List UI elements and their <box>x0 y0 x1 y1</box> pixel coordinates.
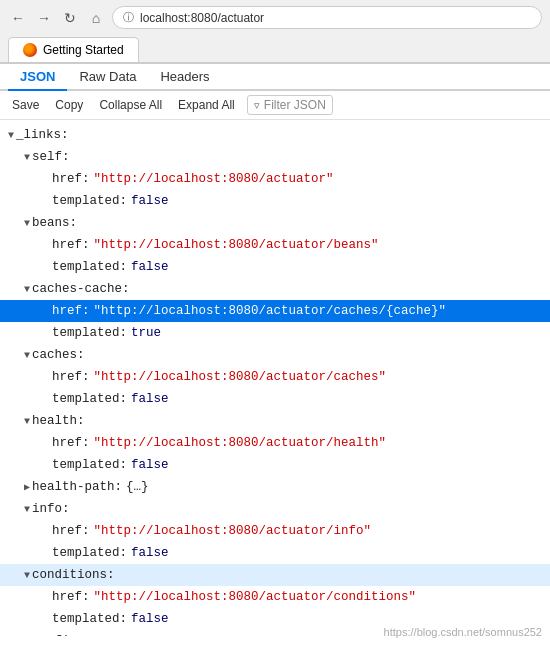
home-button[interactable]: ⌂ <box>86 8 106 28</box>
caches-cache-toggle[interactable] <box>24 282 30 298</box>
self-href-key: href: <box>52 169 94 189</box>
tab-title: Getting Started <box>43 43 124 57</box>
caches-cache-templated-line: templated: true <box>0 322 550 344</box>
self-templated-line: templated: false <box>0 190 550 212</box>
caches-templated-line: templated: false <box>0 388 550 410</box>
caches-templated-value: false <box>131 389 169 409</box>
links-root: _links: <box>0 124 550 146</box>
info-href-key: href: <box>52 521 94 541</box>
health-templated-value: false <box>131 455 169 475</box>
beans-templated-key: templated: <box>52 257 131 277</box>
caches-href-key: href: <box>52 367 94 387</box>
beans-key-line: beans: <box>0 212 550 234</box>
info-href-value: "http://localhost:8080/actuator/info" <box>94 521 372 541</box>
filter-icon: ▿ <box>254 99 260 112</box>
caches-cache-templated-value: true <box>131 323 161 343</box>
self-href-value: "http://localhost:8080/actuator" <box>94 169 334 189</box>
caches-cache-href-key: href: <box>52 301 94 321</box>
info-templated-value: false <box>131 543 169 563</box>
info-toggle[interactable] <box>24 502 30 518</box>
caches-toggle[interactable] <box>24 348 30 364</box>
health-path-key: health-path: <box>32 477 122 497</box>
info-href-line: href: "http://localhost:8080/actuator/in… <box>0 520 550 542</box>
caches-cache-href-value: "http://localhost:8080/actuator/caches/{… <box>94 301 447 321</box>
configprops-key: configprops: <box>32 631 122 636</box>
self-templated-value: false <box>131 191 169 211</box>
health-key: health: <box>32 411 85 431</box>
tab-headers[interactable]: Headers <box>148 64 221 91</box>
caches-key: caches: <box>32 345 85 365</box>
self-key-line: self: <box>0 146 550 168</box>
caches-cache-templated-key: templated: <box>52 323 131 343</box>
health-path-key-line: health-path: {…} <box>0 476 550 498</box>
health-templated-key: templated: <box>52 455 131 475</box>
watermark: https://blog.csdn.net/somnus252 <box>384 626 542 638</box>
beans-href-value: "http://localhost:8080/actuator/beans" <box>94 235 379 255</box>
self-toggle[interactable] <box>24 150 30 166</box>
url-text: localhost:8080/actuator <box>140 11 264 25</box>
copy-button[interactable]: Copy <box>51 96 87 114</box>
browser-tab[interactable]: Getting Started <box>8 37 139 62</box>
info-templated-line: templated: false <box>0 542 550 564</box>
conditions-templated-key: templated: <box>52 609 131 629</box>
beans-href-key: href: <box>52 235 94 255</box>
caches-href-value: "http://localhost:8080/actuator/caches" <box>94 367 387 387</box>
tab-raw-data[interactable]: Raw Data <box>67 64 148 91</box>
nav-bar: ← → ↻ ⌂ ⓘ localhost:8080/actuator <box>0 0 550 35</box>
browser-chrome: ← → ↻ ⌂ ⓘ localhost:8080/actuator Gettin… <box>0 0 550 64</box>
caches-cache-href-line[interactable]: href: "http://localhost:8080/actuator/ca… <box>0 300 550 322</box>
info-icon: ⓘ <box>123 10 134 25</box>
beans-key: beans: <box>32 213 77 233</box>
conditions-href-key: href: <box>52 587 94 607</box>
save-button[interactable]: Save <box>8 96 43 114</box>
conditions-key-line: conditions: <box>0 564 550 586</box>
caches-href-line: href: "http://localhost:8080/actuator/ca… <box>0 366 550 388</box>
conditions-toggle[interactable] <box>24 568 30 584</box>
tab-json[interactable]: JSON <box>8 64 67 91</box>
filter-placeholder: Filter JSON <box>264 98 326 112</box>
address-bar[interactable]: ⓘ localhost:8080/actuator <box>112 6 542 29</box>
links-toggle[interactable] <box>8 128 14 144</box>
self-templated-key: templated: <box>52 191 131 211</box>
caches-cache-key-line: caches-cache: <box>0 278 550 300</box>
beans-toggle[interactable] <box>24 216 30 232</box>
beans-templated-line: templated: false <box>0 256 550 278</box>
links-key: _links: <box>16 125 69 145</box>
json-tabs: JSON Raw Data Headers <box>0 64 550 91</box>
health-href-line: href: "http://localhost:8080/actuator/he… <box>0 432 550 454</box>
info-key-line: info: <box>0 498 550 520</box>
conditions-templated-value: false <box>131 609 169 629</box>
beans-href-line: href: "http://localhost:8080/actuator/be… <box>0 234 550 256</box>
self-href-line: href: "http://localhost:8080/actuator" <box>0 168 550 190</box>
conditions-href-value: "http://localhost:8080/actuator/conditio… <box>94 587 417 607</box>
conditions-key: conditions: <box>32 565 115 585</box>
firefox-favicon <box>23 43 37 57</box>
health-toggle[interactable] <box>24 414 30 430</box>
info-key: info: <box>32 499 70 519</box>
toolbar: Save Copy Collapse All Expand All ▿ Filt… <box>0 91 550 120</box>
self-key: self: <box>32 147 70 167</box>
health-path-toggle[interactable] <box>24 480 30 496</box>
info-templated-key: templated: <box>52 543 131 563</box>
caches-key-line: caches: <box>0 344 550 366</box>
health-href-value: "http://localhost:8080/actuator/health" <box>94 433 387 453</box>
configprops-toggle[interactable] <box>24 634 30 636</box>
forward-button[interactable]: → <box>34 8 54 28</box>
health-href-key: href: <box>52 433 94 453</box>
health-templated-line: templated: false <box>0 454 550 476</box>
json-viewer: JSON Raw Data Headers Save Copy Collapse… <box>0 64 550 120</box>
collapse-all-button[interactable]: Collapse All <box>95 96 166 114</box>
filter-input-container[interactable]: ▿ Filter JSON <box>247 95 333 115</box>
reload-button[interactable]: ↻ <box>60 8 80 28</box>
back-button[interactable]: ← <box>8 8 28 28</box>
caches-templated-key: templated: <box>52 389 131 409</box>
health-path-collapsed: {…} <box>126 477 149 497</box>
conditions-href-line: href: "http://localhost:8080/actuator/co… <box>0 586 550 608</box>
health-key-line: health: <box>0 410 550 432</box>
caches-cache-key: caches-cache: <box>32 279 130 299</box>
json-content[interactable]: _links: self: href: "http://localhost:80… <box>0 120 550 636</box>
expand-all-button[interactable]: Expand All <box>174 96 239 114</box>
beans-templated-value: false <box>131 257 169 277</box>
tab-bar: Getting Started <box>0 35 550 63</box>
